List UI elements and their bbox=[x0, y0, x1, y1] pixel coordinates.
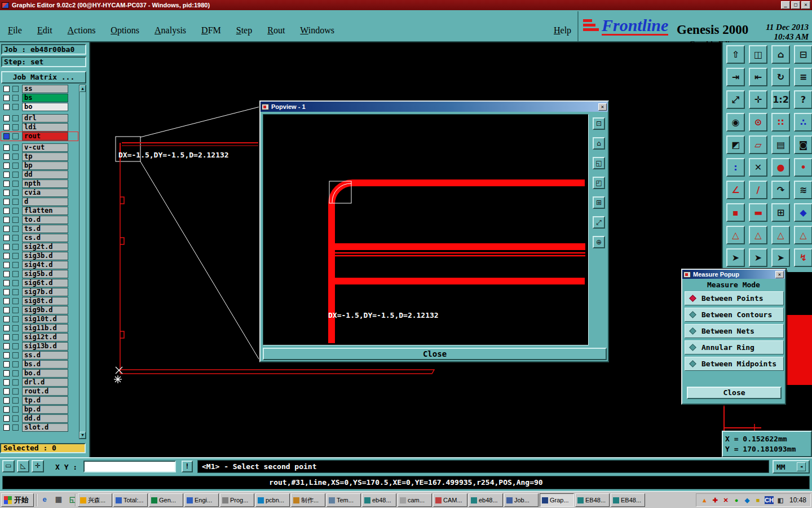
layer-name-button[interactable]: sig6t.d bbox=[22, 279, 68, 287]
layer-context-checkbox[interactable] bbox=[12, 343, 19, 349]
layer-name-button[interactable]: npth bbox=[22, 179, 68, 188]
toolbar-button[interactable]: ? bbox=[794, 90, 812, 109]
layer-name-button[interactable]: drl bbox=[22, 114, 68, 122]
layer-name-button[interactable]: v-cut bbox=[22, 143, 68, 152]
layer-name-button[interactable]: drl.d bbox=[22, 378, 68, 387]
layer-context-checkbox[interactable] bbox=[12, 172, 19, 178]
layer-context-checkbox[interactable] bbox=[12, 298, 19, 304]
layer-context-checkbox[interactable] bbox=[12, 271, 19, 277]
popview-tool-button[interactable]: ⌂ bbox=[593, 137, 605, 150]
menu-item[interactable]: Rout bbox=[267, 25, 285, 36]
toolbar-button[interactable]: ➤ bbox=[749, 248, 767, 267]
units-arrow-icon[interactable]: ◄ bbox=[797, 462, 806, 471]
layer-name-button[interactable]: rout.d bbox=[22, 387, 68, 396]
task-button[interactable]: Tem... bbox=[326, 493, 361, 507]
toolbar-button[interactable]: ➤ bbox=[726, 248, 745, 267]
toolbar-button[interactable]: ◩ bbox=[726, 135, 745, 154]
layer-context-checkbox[interactable] bbox=[12, 352, 19, 358]
tray-icon[interactable]: ✚ bbox=[711, 496, 719, 504]
layer-name-button[interactable]: ss bbox=[22, 85, 68, 93]
layer-context-checkbox[interactable] bbox=[12, 86, 19, 92]
layer-context-checkbox[interactable] bbox=[12, 133, 19, 139]
layer-context-checkbox[interactable] bbox=[12, 280, 19, 286]
menu-item[interactable]: Options bbox=[111, 25, 139, 36]
layer-context-checkbox[interactable] bbox=[12, 388, 19, 395]
layer-visibility-checkbox[interactable] bbox=[3, 370, 10, 376]
layer-visibility-checkbox[interactable] bbox=[3, 316, 10, 322]
layer-visibility-checkbox[interactable] bbox=[3, 163, 10, 169]
toolbar-button[interactable]: ⇤ bbox=[749, 68, 767, 86]
popview-tool-button[interactable]: ⊕ bbox=[593, 236, 605, 248]
layer-visibility-checkbox[interactable] bbox=[3, 124, 10, 130]
layer-visibility-checkbox[interactable] bbox=[3, 298, 10, 304]
scroll-up-icon[interactable]: ▲ bbox=[80, 85, 86, 92]
layer-visibility-checkbox[interactable] bbox=[3, 104, 10, 110]
toolbar-button[interactable]: ▤ bbox=[771, 135, 790, 154]
tray-icon[interactable]: ▲ bbox=[700, 496, 708, 504]
menu-item[interactable]: DFM bbox=[201, 25, 221, 36]
layer-context-checkbox[interactable] bbox=[12, 199, 19, 205]
layer-visibility-checkbox[interactable] bbox=[3, 397, 10, 404]
toolbar-button[interactable]: ✛ bbox=[749, 90, 767, 109]
toolbar-button[interactable]: ◙ bbox=[794, 135, 812, 154]
layer-name-button[interactable]: dd.d bbox=[22, 414, 68, 423]
tray-icon[interactable]: ✕ bbox=[722, 496, 730, 504]
layer-context-checkbox[interactable] bbox=[12, 154, 19, 160]
layer-context-checkbox[interactable] bbox=[12, 325, 19, 331]
layer-name-button[interactable]: rout bbox=[22, 132, 68, 141]
tray-icon[interactable]: ● bbox=[732, 496, 740, 504]
layer-name-button[interactable]: sig12t.d bbox=[22, 333, 68, 341]
task-button[interactable]: Job... bbox=[504, 493, 539, 507]
toolbar-button[interactable]: 1:2 bbox=[771, 90, 790, 109]
layer-visibility-checkbox[interactable] bbox=[3, 226, 10, 232]
layer-visibility-checkbox[interactable] bbox=[3, 172, 10, 178]
task-button[interactable]: cam... bbox=[398, 493, 432, 507]
task-button[interactable]: Total:... bbox=[113, 493, 148, 507]
layer-name-button[interactable]: sig10t.d bbox=[22, 315, 68, 323]
layer-visibility-checkbox[interactable] bbox=[3, 307, 10, 313]
layer-context-checkbox[interactable] bbox=[12, 379, 19, 386]
toolbar-button[interactable]: ⤢ bbox=[726, 90, 745, 109]
layer-context-checkbox[interactable] bbox=[12, 361, 19, 367]
layer-context-checkbox[interactable] bbox=[12, 424, 19, 431]
layer-context-checkbox[interactable] bbox=[12, 406, 19, 413]
layer-visibility-checkbox[interactable] bbox=[3, 325, 10, 331]
maximize-button[interactable]: □ bbox=[791, 1, 800, 9]
layer-name-button[interactable]: sig9b.d bbox=[22, 306, 68, 314]
task-button[interactable]: pcbn... bbox=[255, 493, 290, 507]
toolbar-button[interactable]: ∕ bbox=[749, 181, 767, 199]
task-button[interactable]: 制作... bbox=[291, 493, 325, 507]
toolbar-button[interactable]: : bbox=[726, 158, 745, 177]
scroll-down-icon[interactable]: ▼ bbox=[80, 432, 86, 439]
layer-visibility-checkbox[interactable] bbox=[3, 235, 10, 241]
popview-close-icon[interactable]: ✕ bbox=[598, 103, 607, 111]
xy-input[interactable] bbox=[83, 461, 176, 472]
popview-tool-button[interactable]: ⊡ bbox=[593, 117, 605, 130]
layer-visibility-checkbox[interactable] bbox=[3, 379, 10, 386]
popview-tool-button[interactable]: ⊞ bbox=[593, 196, 605, 209]
layer-visibility-checkbox[interactable] bbox=[3, 86, 10, 92]
layer-name-button[interactable]: bp bbox=[22, 161, 68, 170]
task-button[interactable]: Prog... bbox=[220, 493, 254, 507]
job-matrix-button[interactable]: Job Matrix ... bbox=[1, 71, 86, 84]
layer-context-checkbox[interactable] bbox=[12, 244, 19, 250]
layer-visibility-checkbox[interactable] bbox=[3, 271, 10, 277]
toolbar-button[interactable]: ⌂ bbox=[771, 45, 790, 64]
layer-context-checkbox[interactable] bbox=[12, 235, 19, 241]
layer-context-checkbox[interactable] bbox=[12, 95, 19, 101]
layer-visibility-checkbox[interactable] bbox=[3, 262, 10, 268]
layer-visibility-checkbox[interactable] bbox=[3, 352, 10, 358]
layer-name-button[interactable]: cs.d bbox=[22, 234, 68, 242]
layer-context-checkbox[interactable] bbox=[12, 208, 19, 214]
layer-context-checkbox[interactable] bbox=[12, 144, 19, 151]
layer-visibility-checkbox[interactable] bbox=[3, 95, 10, 101]
popview-tool-button[interactable]: ⤢ bbox=[593, 216, 605, 229]
layer-name-button[interactable]: cvia bbox=[22, 189, 68, 197]
layer-name-button[interactable]: d bbox=[22, 198, 68, 206]
layer-name-button[interactable]: sig4t.d bbox=[22, 261, 68, 269]
layer-name-button[interactable]: bp.d bbox=[22, 405, 68, 414]
menu-item[interactable]: Windows bbox=[300, 25, 334, 36]
layer-context-checkbox[interactable] bbox=[12, 181, 19, 187]
toolbar-button[interactable]: ↻ bbox=[771, 68, 790, 86]
toolbar-button[interactable]: △ bbox=[794, 226, 812, 244]
